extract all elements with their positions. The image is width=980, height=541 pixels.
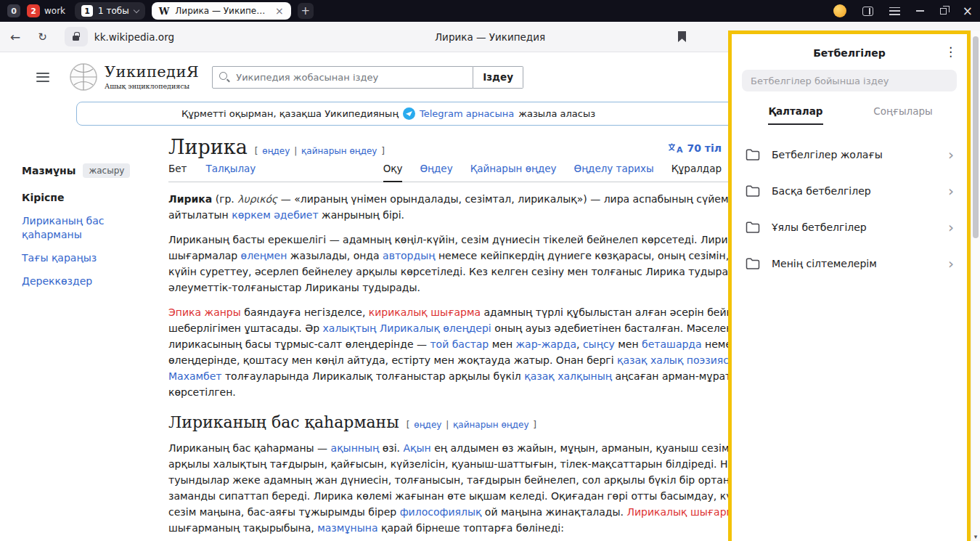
folder-label: Менің сілтемелерім — [772, 258, 877, 269]
toc-item-see-also[interactable]: Тағы қараңыз — [22, 251, 139, 265]
toc-item-hero[interactable]: Лириканың бас қаһарманы — [22, 214, 139, 242]
folder-item-bookmarks-bar[interactable]: Бетбелгілер жолағы › — [742, 137, 957, 173]
side-panel-icon[interactable] — [862, 7, 873, 16]
article-title: Лирика — [168, 136, 248, 158]
site-security-chip[interactable] — [65, 27, 88, 46]
divider: | — [446, 420, 449, 430]
scrollbar-thumb[interactable] — [973, 36, 979, 238]
tab-recent[interactable]: Соңғылары — [849, 99, 957, 125]
language-icon: A — [667, 142, 683, 154]
toc-item-sources[interactable]: Дереккөздер — [22, 274, 139, 288]
toc-item-intro[interactable]: Кіріспе — [22, 191, 139, 205]
folder-icon — [745, 221, 761, 234]
browser-menu-icon[interactable] — [889, 7, 900, 15]
wikipedia-favicon: W — [159, 6, 170, 17]
tab-talk[interactable]: Талқылау — [205, 163, 256, 182]
scroll-down-icon[interactable]: ▾ — [971, 533, 980, 540]
bookmarks-header: Бетбелгілер ⋮ — [742, 43, 957, 60]
tab-edit[interactable]: Өңдеу — [420, 163, 452, 182]
folder-label: Ұялы бетбелгілер — [772, 221, 867, 233]
wiki-logo-text: УикипедиЯ Ашық энциклопедиясы — [105, 64, 199, 89]
telegram-link[interactable]: Telegram арнасына — [420, 108, 514, 119]
telegram-banner-content: Құрметті оқырман, қазақша Уикипедияның T… — [181, 107, 595, 120]
profile-avatar[interactable] — [833, 4, 846, 17]
chevron-right-icon: › — [948, 184, 954, 198]
toc-header: Мазмұны жасыру — [22, 163, 139, 178]
bookmark-flag-icon[interactable] — [678, 31, 686, 42]
tab-title: Лирика — Уикипедия — [175, 6, 269, 16]
address-bar-page-title: Лирика — Уикипедия — [435, 31, 545, 43]
chevron-down-icon — [133, 7, 139, 12]
toc-items: Кіріспе Лириканың бас қаһарманы Тағы қар… — [22, 191, 139, 288]
svg-text:A: A — [677, 145, 683, 154]
table-of-contents: Мазмұны жасыру Кіріспе Лириканың бас қаһ… — [22, 163, 139, 298]
wikipedia-globe-icon — [68, 62, 99, 91]
tab-recent-label: Соңғылары — [873, 105, 932, 123]
edit-source-link[interactable]: қайнарын өңдеу — [301, 146, 377, 156]
folder-item-other-bookmarks[interactable]: Басқа бетбелгілер › — [742, 173, 957, 209]
close-window-button[interactable]: × — [963, 5, 973, 17]
close-tab-icon[interactable]: × — [275, 6, 284, 16]
tab-tools[interactable]: Құралдар — [671, 163, 722, 182]
page-scrollbar[interactable]: ▾ — [971, 30, 980, 541]
bookmarks-tabs: Қалталар Соңғылары — [742, 99, 957, 125]
chevron-right-icon: › — [948, 147, 954, 162]
banner-text-after: жазыла аласыз — [518, 108, 595, 119]
wiki-logo-title: УикипедиЯ — [105, 64, 199, 80]
tab-group-count: 1 — [81, 5, 93, 17]
tab-group-badge-work[interactable]: 2 — [27, 4, 40, 17]
section-edit-links: [ өңдеу | қайнарын өңдеу ] — [407, 420, 536, 430]
url-text[interactable]: kk.wikipedia.org — [94, 31, 174, 43]
lock-icon — [73, 36, 79, 41]
language-count: 70 тіл — [687, 142, 722, 154]
tab-group-badge-0[interactable]: 0 — [7, 4, 20, 17]
minimize-button[interactable] — [916, 10, 924, 12]
tab-folders[interactable]: Қалталар — [742, 99, 849, 125]
toc-hide-button[interactable]: жасыру — [83, 163, 130, 178]
folder-label: Басқа бетбелгілер — [772, 185, 871, 197]
wiki-logo-subtitle: Ашық энциклопедиясы — [105, 82, 199, 90]
kebab-menu-icon[interactable]: ⋮ — [944, 44, 957, 59]
bookmarks-title: Бетбелгілер — [813, 47, 886, 59]
browser-tab[interactable]: W Лирика — Уикипедия × — [152, 2, 291, 20]
banner-text-before: Құрметті оқырман, қазақша Уикипедияның — [181, 108, 399, 119]
bookmarks-panel: Бетбелгілер ⋮ Қалталар Соңғылары Бетбелг… — [728, 30, 971, 541]
wiki-search-button[interactable]: Іздеу — [473, 66, 523, 89]
chevron-right-icon: › — [948, 220, 954, 235]
edit-source-link[interactable]: қайнарын өңдеу — [453, 420, 528, 430]
wikipedia-logo[interactable]: УикипедиЯ Ашық энциклопедиясы — [68, 62, 199, 91]
bracket: ] — [533, 420, 536, 430]
tab-bar-right-controls: × — [833, 4, 973, 17]
language-selector[interactable]: A 70 тіл — [667, 142, 722, 154]
reload-button[interactable]: ↻ — [38, 30, 47, 44]
tab-page[interactable]: Бет — [168, 163, 187, 182]
tab-bar: 0 2 work 1 1 тобы W Лирика — Уикипедия ×… — [0, 0, 980, 22]
tab-edit-source[interactable]: Қайнарын өңдеу — [470, 163, 557, 182]
tab-history[interactable]: Өңделу тарихы — [574, 163, 654, 182]
bookmarks-search-input[interactable] — [742, 70, 957, 91]
tab-folders-label: Қалталар — [768, 105, 822, 125]
section-title: Лириканың бас қаһарманы — [168, 413, 399, 431]
divider: | — [294, 146, 297, 156]
bracket: [ — [255, 146, 258, 156]
bracket: ] — [381, 146, 385, 156]
bracket: [ — [407, 420, 410, 430]
toc-title: Мазмұны — [22, 165, 75, 176]
telegram-icon — [403, 107, 415, 120]
restore-window-button[interactable] — [940, 8, 947, 15]
bookmarks-folder-list: Бетбелгілер жолағы › Басқа бетбелгілер ›… — [742, 137, 957, 282]
tab-read[interactable]: Оқу — [383, 163, 403, 182]
title-edit-links: [ өңдеу | қайнарын өңдеу ] — [255, 146, 385, 156]
edit-link[interactable]: өңдеу — [414, 420, 441, 430]
wiki-menu-icon[interactable] — [36, 73, 49, 82]
folder-item-my-links[interactable]: Менің сілтемелерім › — [742, 245, 957, 282]
folder-item-mobile-bookmarks[interactable]: Ұялы бетбелгілер › — [742, 209, 957, 245]
edit-link[interactable]: өңдеу — [262, 146, 290, 156]
back-button[interactable]: ← — [10, 30, 20, 44]
tab-group-label-work[interactable]: work — [44, 6, 65, 16]
tab-group-current[interactable]: 1 1 тобы — [75, 2, 145, 20]
folder-icon — [745, 257, 761, 270]
new-tab-button[interactable]: + — [298, 3, 314, 19]
wiki-search: Іздеу — [212, 66, 523, 89]
wiki-search-input[interactable] — [212, 66, 473, 89]
